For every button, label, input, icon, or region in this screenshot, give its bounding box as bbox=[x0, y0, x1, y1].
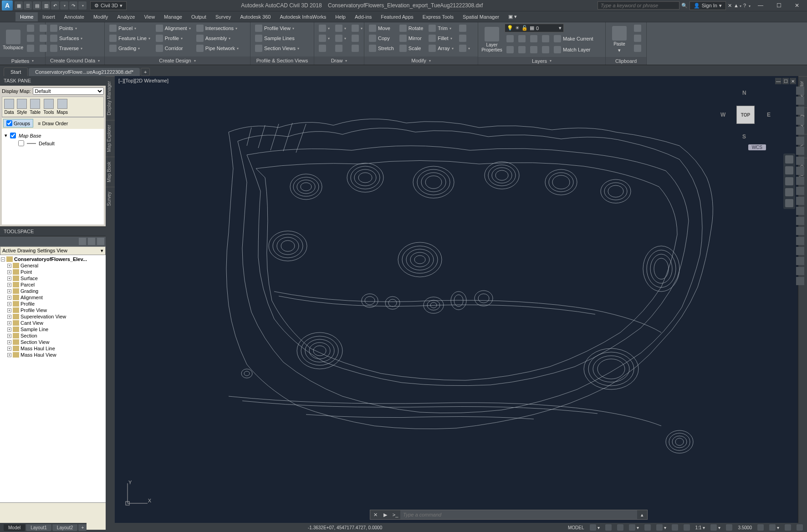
layer-tool-1[interactable] bbox=[505, 34, 516, 43]
btab-layout1[interactable]: Layout1 bbox=[26, 524, 51, 531]
viewcube-n[interactable]: N bbox=[742, 90, 746, 96]
sectionviews-button[interactable]: Section Views▾ bbox=[253, 44, 301, 53]
ts-node-surface[interactable]: +Surface bbox=[1, 275, 105, 281]
featureline-button[interactable]: Feature Line▾ bbox=[107, 34, 152, 43]
draw-ellipse-icon[interactable] bbox=[333, 44, 348, 53]
layer-tool-3[interactable] bbox=[528, 34, 539, 43]
ts-btn-2[interactable] bbox=[88, 238, 95, 245]
tree-mapbase[interactable]: Map Base bbox=[19, 133, 41, 138]
palette-btn-2[interactable] bbox=[25, 34, 36, 43]
status-polar-icon[interactable] bbox=[629, 524, 635, 531]
signin-button[interactable]: 👤 Sign In ▾ bbox=[690, 1, 726, 10]
draw-spline-icon[interactable] bbox=[350, 34, 364, 43]
nav-pan-icon[interactable] bbox=[785, 166, 793, 174]
qat-redo-icon[interactable]: ↷ bbox=[69, 1, 77, 10]
tab-help[interactable]: Help bbox=[331, 12, 350, 21]
draw-rect-icon[interactable]: ▾ bbox=[333, 34, 348, 43]
rtool-15[interactable] bbox=[796, 227, 804, 235]
rtool-17[interactable] bbox=[796, 247, 804, 255]
panel-design-title[interactable]: Create Design bbox=[105, 56, 250, 65]
ts-btn-3[interactable] bbox=[97, 238, 104, 245]
tab-autodesk360[interactable]: Autodesk 360 bbox=[235, 12, 275, 21]
panel-draw-title[interactable]: Draw bbox=[314, 56, 364, 65]
paste-button[interactable]: Paste ▾ bbox=[608, 24, 630, 56]
nav-orbit-icon[interactable] bbox=[785, 188, 793, 196]
display-map-dropdown[interactable]: Default bbox=[33, 87, 104, 95]
tp-tools-button[interactable]: Tools bbox=[43, 99, 54, 115]
ucs-icon[interactable]: Y X bbox=[124, 480, 151, 507]
status-hw-icon[interactable] bbox=[769, 524, 776, 531]
tab-featuredapps[interactable]: Featured Apps bbox=[376, 12, 418, 21]
layer-tool-7[interactable] bbox=[528, 45, 539, 54]
ts-node-alignment[interactable]: +Alignment bbox=[1, 294, 105, 301]
rtool-5[interactable] bbox=[796, 127, 804, 135]
scale-button[interactable]: Scale bbox=[398, 44, 425, 53]
ts-btn-1[interactable] bbox=[79, 238, 86, 245]
command-line[interactable]: ✕ ▶ >_ ▴ bbox=[370, 510, 648, 520]
status-grid-icon[interactable] bbox=[590, 524, 596, 531]
qat-save-icon[interactable]: ▤ bbox=[33, 1, 41, 10]
status-coords[interactable]: -1.3632E+07, 4547177.4727, 0.0000 bbox=[117, 525, 383, 530]
status-custom-icon[interactable] bbox=[797, 524, 803, 531]
tp-tab-groups[interactable]: Groups bbox=[3, 119, 33, 128]
corridor-button[interactable]: Corridor bbox=[154, 44, 193, 53]
maximize-button[interactable]: ☐ bbox=[771, 1, 787, 10]
panel-layers-title[interactable]: Layers bbox=[478, 57, 605, 65]
help-dd[interactable] bbox=[748, 3, 751, 8]
tp-table-button[interactable]: Table bbox=[30, 99, 41, 115]
layer-tool-6[interactable] bbox=[516, 45, 527, 54]
minimize-button[interactable]: — bbox=[752, 1, 769, 10]
help-icon[interactable]: ? bbox=[743, 3, 746, 8]
toolspace-button[interactable]: Toolspace bbox=[3, 24, 23, 56]
move-button[interactable]: Move bbox=[367, 24, 396, 33]
ts-node-sample-line[interactable]: +Sample Line bbox=[1, 326, 105, 332]
copy-button[interactable]: Copy bbox=[367, 34, 396, 43]
status-iso-icon[interactable] bbox=[757, 524, 764, 531]
alignment-button[interactable]: Alignment▾ bbox=[154, 24, 193, 33]
samplelines-button[interactable]: Sample Lines bbox=[253, 34, 301, 43]
layer-dropdown[interactable]: 💡 ☀ 🔓 ▦ 0 ▾ bbox=[505, 24, 564, 32]
ts-node-mass-haul-view[interactable]: +Mass Haul View bbox=[1, 352, 105, 358]
rtool-1[interactable] bbox=[796, 87, 804, 95]
status-scale[interactable]: 1:1▾ bbox=[694, 525, 707, 530]
rtool-16[interactable] bbox=[796, 237, 804, 245]
tp-style-button[interactable]: Style bbox=[17, 99, 27, 115]
pipenetwork-button[interactable]: Pipe Network▾ bbox=[194, 44, 240, 53]
ts-node-mass-haul-line[interactable]: +Mass Haul Line bbox=[1, 345, 105, 352]
stretch-button[interactable]: Stretch bbox=[367, 44, 396, 53]
cmd-recent-icon[interactable]: ▶ bbox=[380, 510, 390, 519]
ts-view-dropdown[interactable]: Active Drawing Settings View▾ bbox=[0, 246, 106, 255]
rtool-19[interactable] bbox=[796, 267, 804, 275]
rtool-3[interactable] bbox=[796, 107, 804, 115]
panel-ground-title[interactable]: Create Ground Data bbox=[46, 56, 104, 65]
qat-new-icon[interactable]: ▦ bbox=[15, 1, 23, 10]
palette-btn-1[interactable] bbox=[25, 24, 36, 33]
default-checkbox[interactable] bbox=[18, 140, 24, 146]
rtool-11[interactable] bbox=[796, 187, 804, 195]
status-otrack-icon[interactable] bbox=[672, 524, 678, 531]
btab-layout2[interactable]: Layout2 bbox=[52, 524, 78, 531]
rtool-10[interactable] bbox=[796, 177, 804, 185]
tab-modify[interactable]: Modify bbox=[89, 12, 112, 21]
tp-tab-draworder[interactable]: ≡Draw Order bbox=[35, 119, 71, 128]
viewcube[interactable]: N E S W TOP bbox=[720, 90, 771, 140]
panel-palettes-title[interactable]: Palettes bbox=[0, 57, 45, 65]
status-dyn-icon[interactable] bbox=[684, 524, 690, 531]
status-value[interactable]: 3.5000 bbox=[736, 525, 753, 530]
rtool-4[interactable] bbox=[796, 117, 804, 125]
status-snap-icon[interactable] bbox=[605, 524, 612, 531]
status-model[interactable]: MODEL bbox=[567, 525, 586, 530]
tab-survey[interactable]: Survey bbox=[211, 12, 235, 21]
cmd-close-icon[interactable]: ✕ bbox=[370, 510, 380, 519]
qat-undo-dd[interactable] bbox=[60, 1, 68, 10]
tab-home[interactable]: Home bbox=[15, 12, 38, 21]
rtool-2[interactable] bbox=[796, 97, 804, 105]
intersections-button[interactable]: Intersections▾ bbox=[194, 24, 240, 33]
toolspace-tree[interactable]: −ConservatoryofFlowers_Elev... +General+… bbox=[0, 255, 106, 502]
tab-addins[interactable]: Add-ins bbox=[350, 12, 376, 21]
draw-arc-icon[interactable]: ▾ bbox=[317, 34, 332, 43]
nav-wheel-icon[interactable] bbox=[785, 155, 793, 164]
doctab-start[interactable]: Start bbox=[4, 67, 28, 76]
ts-node-section-view[interactable]: +Section View bbox=[1, 339, 105, 345]
qat-open-icon[interactable]: ☰ bbox=[24, 1, 32, 10]
